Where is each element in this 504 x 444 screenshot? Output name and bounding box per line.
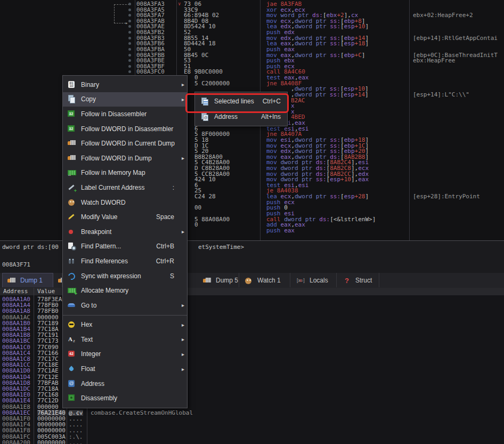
instruction-bytes: E8 9B0C0000	[184, 69, 223, 75]
menu-item-breakpoint[interactable]: Breakpoint▸	[63, 224, 187, 239]
tab-partial[interactable]	[53, 273, 62, 287]
jump-direction-icon: ∨	[178, 1, 181, 7]
info-line1-right: etSystemTime>	[198, 244, 244, 251]
menu-item-follow-in-memory-map[interactable]: Follow in Memory Map	[63, 166, 187, 181]
breakpoint-dot-icon[interactable]	[128, 65, 131, 68]
submenu-arrow-icon: ▸	[182, 336, 184, 342]
dump-address: 008AA1FC	[2, 434, 30, 440]
menu-item-follow-dword-in-disassembler[interactable]: Follow DWORD in Disassembler	[63, 122, 187, 136]
menu-item-label: Follow DWORD in Dump	[81, 155, 152, 162]
submenu-arrow-icon: ▸	[182, 302, 184, 308]
x64dbg-window: ▸ ∨008A3FA373 06jae 8A3FAB008A3FA533C9xo…	[0, 0, 504, 444]
disasm-row[interactable]: 008A3FAE8D5424 10lea edx,dword ptr ss:[e…	[0, 23, 504, 29]
dump-address: 008AA1E4	[2, 398, 30, 403]
copy-address-icon	[200, 112, 210, 121]
breakpoint-dot-icon[interactable]	[128, 14, 131, 17]
menu-item-label: Address	[81, 380, 104, 388]
menu-item-go-to[interactable]: Go to▸	[63, 298, 187, 313]
disasm-row[interactable]: 008A3FBE53push ebxebx:HeapFree	[0, 58, 504, 63]
submenu-item-shortcut: Alt+Ins	[261, 113, 281, 120]
dump-value: 00000000	[37, 440, 66, 444]
dump-row[interactable]: 008AA1FC005C003A:.\.	[0, 434, 504, 440]
breakpoint-dot-icon[interactable]	[128, 42, 131, 45]
menu-item-label: Hex	[81, 321, 92, 328]
menu-item-label: Follow DWORD in Disassembler	[81, 125, 173, 133]
dump-address: 008AA1E8	[2, 404, 30, 410]
menu-item-find-pattern[interactable]: Find Pattern...Ctrl+B	[63, 239, 187, 254]
submenu-arrow-icon: ▸	[182, 351, 184, 357]
disasm-row[interactable]: 008A3FA766:894B 02mov word ptr ds:[ebx+2…	[0, 12, 504, 18]
menu-item-float[interactable]: Float▸	[63, 361, 187, 376]
dump-ascii: ....	[69, 440, 83, 444]
breakpoint-dot-icon[interactable]	[128, 37, 131, 39]
menu-item-copy[interactable]: Copy▸	[63, 92, 187, 107]
disasm-row[interactable]: 008A3FC0E8 9B0C0000call 8A4C60	[0, 69, 504, 75]
menu-item-label: Copy	[81, 95, 96, 103]
memory-map-icon	[67, 168, 77, 177]
disasm-row[interactable]: 008A3FAB8B4D 08mov ecx,dword ptr ss:[ebp…	[0, 18, 504, 24]
breakpoint-dot-icon[interactable]	[128, 31, 131, 34]
dump-row[interactable]: 008AA1F800000000....	[0, 427, 504, 433]
disasm-row[interactable]: 008A3FB68D4424 18lea eax,dword ptr ss:[e…	[0, 41, 504, 46]
menu-item-find-references[interactable]: Find ReferencesCtrl+R	[63, 254, 187, 269]
menu-item-label: Sync with expression	[81, 272, 141, 280]
breakpoint-dot-icon[interactable]	[128, 48, 131, 51]
instruction-comment: ebx:HeapFree	[413, 58, 455, 63]
menu-item-label: Modify Value	[81, 213, 117, 221]
truck-icon	[67, 154, 77, 163]
menu-item-follow-dword-in-current-dump[interactable]: Follow DWORD in Current Dump	[63, 136, 187, 151]
menu-item-hex[interactable]: Hex▸	[63, 318, 187, 333]
breakpoint-dot-icon[interactable]	[128, 59, 131, 62]
menu-item-binary[interactable]: Binary▸	[63, 77, 187, 92]
dump-value: 77C090	[37, 344, 59, 350]
owl-icon	[67, 198, 77, 207]
tab-label: Dump 5	[216, 277, 238, 284]
truck-icon	[202, 277, 212, 284]
tab-locals[interactable]: Locals	[292, 273, 337, 287]
menu-item-follow-in-disassembler[interactable]: Follow in Disassembler	[63, 107, 187, 122]
dump-value: 77C12E	[37, 374, 59, 380]
breakpoint-dot-icon[interactable]	[128, 25, 131, 28]
menu-item-label: Find References	[81, 257, 128, 265]
tab-dump-5[interactable]: Dump 5	[198, 273, 239, 287]
menu-item-shortcut: Space	[156, 213, 174, 221]
menu-item-modify-value[interactable]: Modify ValueSpace	[63, 209, 187, 224]
menu-item-address[interactable]: Address	[63, 376, 187, 391]
menu-item-integer[interactable]: Integer▸	[63, 347, 187, 362]
allocate-memory-icon	[67, 286, 77, 295]
integer-42-icon	[67, 350, 77, 358]
breakpoint-dot-icon[interactable]	[128, 9, 131, 11]
instruction-bytes: C24 28	[194, 193, 216, 199]
menu-item-follow-dword-in-dump[interactable]: Follow DWORD in Dump▸	[63, 151, 187, 166]
instruction-bytes: 00	[194, 205, 201, 211]
menu-item-allocate-memory[interactable]: Allocate Memory	[63, 283, 187, 298]
dump-value: 77C1AE	[37, 368, 59, 374]
dump-address: 008AA1AC	[2, 314, 30, 320]
dump-row[interactable]: 008AA20000000000....	[0, 440, 504, 444]
annotation-highlight-box	[185, 93, 289, 113]
menu-item-label-current-address[interactable]: Label Current Address:	[63, 180, 187, 195]
instruction-text: push eax	[266, 228, 295, 233]
menu-item-label: Go to	[81, 302, 96, 309]
menu-item-text[interactable]: Text▸	[63, 332, 187, 347]
breakpoint-dot-icon[interactable]	[128, 20, 131, 22]
submenu-arrow-icon: ▸	[182, 366, 184, 372]
float-drop-icon	[67, 365, 77, 373]
dump-ascii: ....	[69, 427, 83, 433]
tab-dump-1[interactable]: Dump 1	[2, 273, 53, 287]
breakpoint-dot-icon[interactable]	[128, 70, 131, 73]
disasm-row[interactable]: ∨008A3FA373 06jae 8A3FAB	[0, 1, 504, 7]
disasm-row[interactable]: 008A3FB38B55 14mov edx,dword ptr ss:[ebp…	[0, 35, 504, 41]
menu-item-shortcut: :	[173, 184, 174, 191]
tab-struct[interactable]: Struct	[338, 273, 379, 287]
disasm-row[interactable]: 008A3FBF51push ecx	[0, 63, 504, 69]
menu-item-disassembly[interactable]: Disassembly	[63, 391, 187, 406]
breakpoint-dot-icon[interactable]	[128, 54, 131, 56]
breakpoint-dot-icon[interactable]	[128, 3, 131, 5]
menu-item-sync-with-expression[interactable]: Sync with expressionS	[63, 269, 187, 284]
instruction-address: 008A3FC0	[136, 69, 165, 75]
menu-item-watch-dword[interactable]: Watch DWORD	[63, 195, 187, 210]
menu-item-label: Find Pattern...	[81, 243, 121, 250]
tab-watch-1[interactable]: Watch 1	[240, 273, 290, 287]
tab-label: Watch 1	[257, 277, 281, 284]
